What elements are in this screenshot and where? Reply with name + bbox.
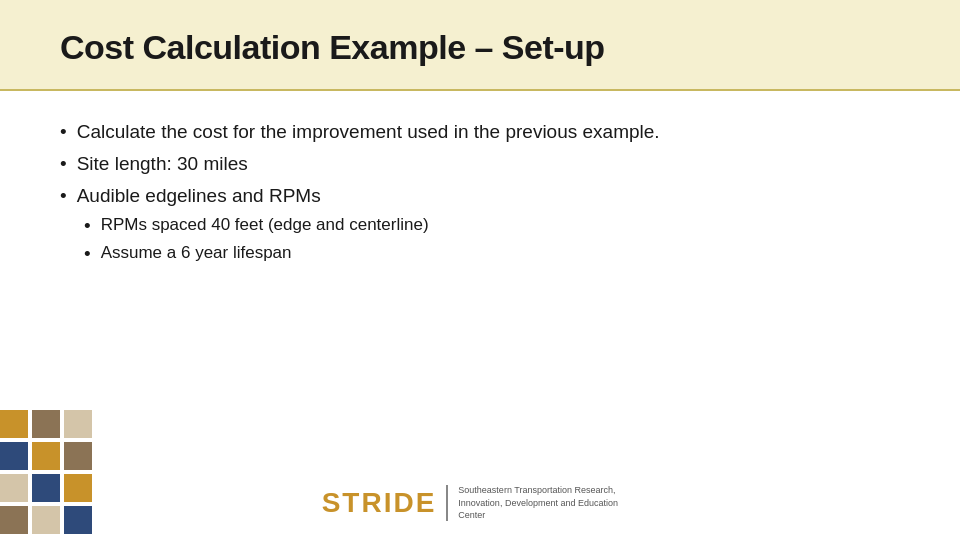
bullet-item-3: • Audible edgelines and RPMs • RPMs spac…: [60, 185, 900, 265]
sub-bullet-list: • RPMs spaced 40 feet (edge and centerli…: [84, 215, 429, 265]
main-bullet-list: • Calculate the cost for the improvement…: [60, 121, 900, 265]
bullet-text-1: Calculate the cost for the improvement u…: [77, 121, 660, 143]
bullet-dot-2: •: [60, 153, 67, 175]
stride-logo-text: STRIDE: [322, 487, 437, 519]
bullet-text-2: Site length: 30 miles: [77, 153, 248, 175]
logo-line2: Innovation, Development and Education Ce…: [458, 497, 638, 522]
bullet-item-2: • Site length: 30 miles: [60, 153, 900, 175]
bullet-dot-1: •: [60, 121, 67, 143]
bullet-text-3: Audible edgelines and RPMs: [77, 185, 321, 207]
mosaic-tile-1: [32, 410, 60, 438]
slide: Cost Calculation Example – Set-up • Calc…: [0, 0, 960, 540]
slide-title: Cost Calculation Example – Set-up: [60, 28, 900, 67]
bullet-item-1: • Calculate the cost for the improvement…: [60, 121, 900, 143]
sub-bullet-item-2: • Assume a 6 year lifespan: [84, 243, 429, 265]
logo-area: STRIDE Southeastern Transportation Resea…: [322, 484, 639, 522]
mosaic-tile-0: [0, 410, 28, 438]
sub-bullet-text-2: Assume a 6 year lifespan: [101, 243, 292, 263]
mosaic-tile-2: [64, 410, 92, 438]
sub-bullet-text-1: RPMs spaced 40 feet (edge and centerline…: [101, 215, 429, 235]
logo-line1: Southeastern Transportation Research,: [458, 484, 638, 497]
sub-bullet-dot-1: •: [84, 215, 91, 237]
sub-bullet-dot-2: •: [84, 243, 91, 265]
title-area: Cost Calculation Example – Set-up: [0, 0, 960, 91]
footer: STRIDE Southeastern Transportation Resea…: [0, 460, 960, 540]
bullet-dot-3: •: [60, 185, 67, 207]
logo-divider: [446, 485, 448, 521]
logo-tagline: Southeastern Transportation Research, In…: [458, 484, 638, 522]
sub-bullet-item-1: • RPMs spaced 40 feet (edge and centerli…: [84, 215, 429, 237]
